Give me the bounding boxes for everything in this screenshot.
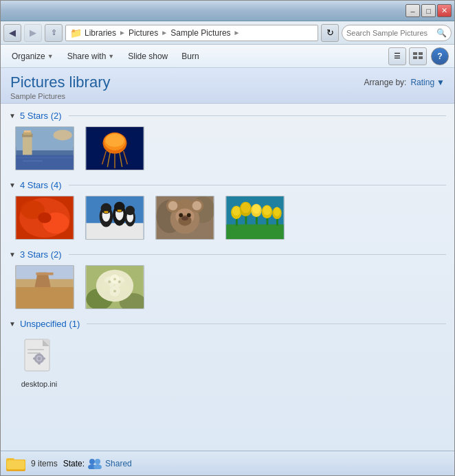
svg-point-100 — [38, 357, 41, 361]
search-box[interactable]: 🔍 — [342, 25, 452, 41]
svg-rect-14 — [23, 160, 43, 161]
burn-button[interactable]: Burn — [176, 47, 204, 65]
svg-rect-105 — [27, 349, 44, 350]
help-icon: ? — [437, 52, 442, 61]
refresh-button[interactable]: ↻ — [321, 24, 339, 42]
svg-point-64 — [241, 203, 251, 214]
up-button[interactable]: ⇧ — [45, 24, 63, 42]
help-button[interactable]: ? — [431, 47, 449, 65]
svg-point-61 — [232, 207, 241, 216]
view-mode-button[interactable]: ☰ — [388, 47, 406, 65]
list-item[interactable]: desktop.ini — [12, 335, 67, 391]
group-collapse-icon: ▼ — [9, 112, 16, 120]
content-area: Pictures library Sample Pictures Arrange… — [1, 68, 454, 451]
status-shared-label: Shared — [105, 459, 132, 468]
thumbnail-desert — [15, 265, 74, 309]
list-item[interactable] — [82, 196, 148, 240]
title-bar: – □ ✕ — [1, 1, 454, 21]
view-details-button[interactable] — [409, 47, 427, 65]
library-header: Pictures library Sample Pictures Arrange… — [1, 68, 454, 104]
status-state-label: State: — [63, 459, 85, 468]
breadcrumb-icon: 📁 — [70, 27, 82, 38]
svg-point-94 — [113, 290, 116, 293]
search-input[interactable] — [346, 29, 434, 37]
thumbnail-hydrangea — [85, 265, 144, 309]
svg-rect-11 — [24, 131, 31, 133]
library-subtitle: Sample Pictures — [10, 92, 110, 100]
organize-button[interactable]: Organize ▼ — [6, 47, 59, 65]
close-button[interactable]: ✕ — [437, 4, 452, 17]
forward-button[interactable]: ▶ — [24, 24, 42, 42]
svg-point-67 — [252, 205, 260, 214]
group-divider — [87, 324, 446, 324]
group-header-unspecified[interactable]: ▼ Unspecified (1) — [6, 315, 449, 332]
svg-point-91 — [108, 280, 111, 283]
svg-point-92 — [118, 280, 121, 283]
svg-point-42 — [126, 206, 135, 216]
library-title-section: Pictures library Sample Pictures — [10, 73, 110, 100]
search-icon: 🔍 — [436, 28, 447, 38]
group-collapse-icon: ▼ — [9, 181, 16, 189]
svg-rect-106 — [27, 352, 40, 354]
share-with-button[interactable]: Share with ▼ — [62, 47, 120, 65]
list-item[interactable] — [222, 196, 288, 240]
arrange-dropdown[interactable]: Rating ▼ — [410, 78, 445, 87]
svg-rect-103 — [33, 357, 35, 359]
organize-label: Organize — [12, 52, 45, 61]
group-divider — [69, 254, 446, 255]
thumbnail-tulips — [225, 196, 285, 240]
svg-marker-79 — [34, 274, 50, 287]
group-label-unspecified: Unspecified (1) — [20, 319, 80, 329]
address-bar: ◀ ▶ ⇧ 📁 Libraries ► Pictures ► Sample Pi… — [1, 21, 454, 45]
thumbnail-lighthouse — [15, 126, 74, 170]
minimize-button[interactable]: – — [406, 4, 420, 17]
svg-point-49 — [168, 201, 178, 211]
slideshow-label: Slide show — [128, 52, 168, 61]
group-header-3stars[interactable]: ▼ 3 Stars (2) — [6, 245, 449, 262]
group-label-4stars: 4 Stars (4) — [20, 180, 62, 190]
group-header-4stars[interactable]: ▼ 4 Stars (4) — [6, 176, 449, 193]
share-with-arrow-icon: ▼ — [108, 53, 114, 60]
svg-point-70 — [263, 206, 271, 216]
list-item[interactable] — [12, 196, 78, 240]
list-item[interactable] — [152, 196, 218, 240]
group-items-3stars — [6, 262, 449, 315]
svg-rect-39 — [118, 209, 122, 212]
svg-point-113 — [95, 459, 100, 464]
svg-rect-3 — [419, 56, 423, 59]
toolbar: Organize ▼ Share with ▼ Slide show Burn … — [1, 45, 454, 68]
thumbnail-koala — [155, 196, 214, 240]
svg-point-56 — [181, 216, 188, 220]
list-item[interactable] — [82, 265, 148, 309]
svg-point-111 — [89, 459, 95, 464]
svg-rect-35 — [104, 211, 109, 213]
breadcrumb-libraries[interactable]: Libraries — [85, 28, 116, 38]
maximize-button[interactable]: □ — [421, 4, 436, 17]
status-bar: 9 items State: Shared — [1, 451, 454, 475]
thumbnail-jellyfish — [85, 126, 144, 170]
svg-point-87 — [120, 282, 131, 293]
file-list: ▼ 5 Stars (2) — [1, 104, 454, 451]
list-item[interactable] — [82, 126, 148, 170]
title-bar-buttons: – □ ✕ — [406, 4, 452, 17]
svg-rect-13 — [16, 157, 73, 159]
list-item[interactable] — [12, 126, 78, 170]
file-name-desktop-ini: desktop.ini — [21, 380, 58, 388]
svg-rect-30 — [86, 223, 143, 239]
svg-rect-77 — [16, 287, 73, 308]
back-button[interactable]: ◀ — [3, 24, 21, 42]
organize-arrow-icon: ▼ — [47, 53, 54, 60]
breadcrumb[interactable]: 📁 Libraries ► Pictures ► Sample Pictures… — [65, 25, 318, 41]
group-items-4stars — [6, 193, 449, 245]
svg-rect-1 — [419, 52, 423, 55]
status-state: State: Shared — [63, 458, 132, 469]
breadcrumb-sample-pictures[interactable]: Sample Pictures — [170, 28, 230, 38]
svg-rect-58 — [226, 225, 283, 239]
arrange-by-label: Arrange by: — [364, 78, 406, 87]
svg-rect-0 — [413, 52, 417, 55]
group-header-5stars[interactable]: ▼ 5 Stars (2) — [6, 106, 449, 124]
list-item[interactable] — [12, 265, 78, 309]
breadcrumb-pictures[interactable]: Pictures — [129, 28, 158, 38]
svg-point-73 — [274, 207, 280, 217]
slideshow-button[interactable]: Slide show — [122, 47, 173, 65]
